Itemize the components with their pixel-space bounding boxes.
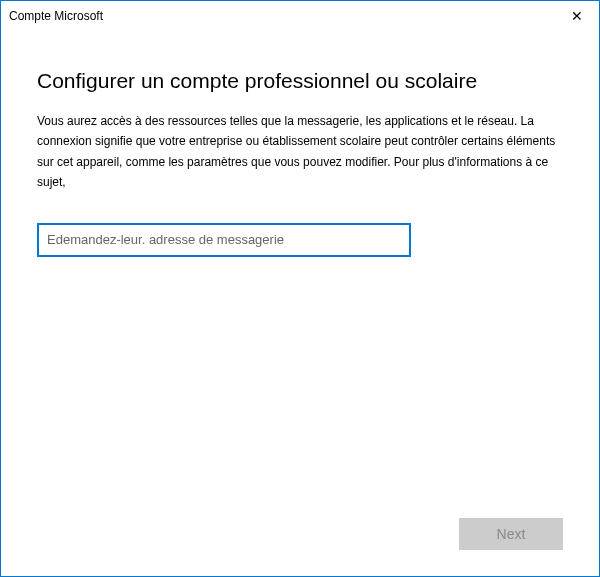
next-button[interactable]: Next: [459, 518, 563, 550]
close-button[interactable]: ✕: [554, 1, 599, 31]
dialog-window: Compte Microsoft ✕ Configurer un compte …: [0, 0, 600, 577]
description-text: Vous aurez accès à des ressources telles…: [37, 111, 563, 193]
titlebar: Compte Microsoft ✕: [1, 1, 599, 31]
email-input[interactable]: [37, 223, 411, 257]
close-icon: ✕: [571, 8, 583, 24]
window-title: Compte Microsoft: [9, 1, 103, 31]
page-title: Configurer un compte professionnel ou sc…: [37, 69, 563, 93]
content-area: Configurer un compte professionnel ou sc…: [1, 31, 599, 576]
footer: Next: [37, 518, 563, 556]
